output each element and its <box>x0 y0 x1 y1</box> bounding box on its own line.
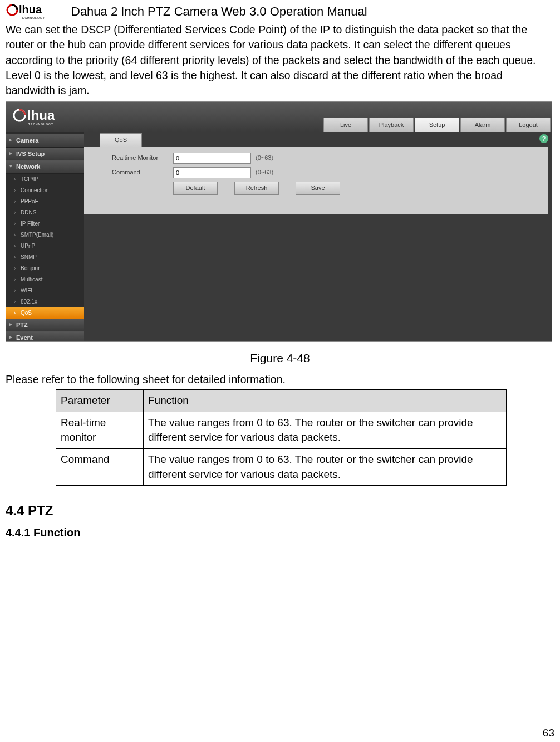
intro-paragraph: We can set the DSCP (Differentiated Serv… <box>6 22 554 98</box>
svg-text:TECHNOLOGY: TECHNOLOGY <box>28 123 53 126</box>
parameter-table: Parameter Function Real-time monitor The… <box>56 389 507 486</box>
realtime-monitor-label: Realtime Monitor <box>112 154 173 162</box>
realtime-monitor-hint: (0~63) <box>256 154 273 162</box>
sidebar-wifi[interactable]: WIFI <box>6 285 84 296</box>
command-input[interactable] <box>173 167 251 178</box>
ui-sidebar: Camera IVS Setup Network TCP/IP Connecti… <box>6 132 84 341</box>
nav-alarm[interactable]: Alarm <box>460 118 505 132</box>
nav-live[interactable]: Live <box>323 118 368 132</box>
realtime-monitor-input[interactable] <box>173 153 251 164</box>
refer-text: Please refer to the following sheet for … <box>6 372 554 387</box>
tab-qos[interactable]: QoS <box>100 133 142 147</box>
qos-setup-screenshot: lhua TECHNOLOGY Live Playback Setup Alar… <box>6 101 552 342</box>
sidebar-camera[interactable]: Camera <box>6 134 84 147</box>
table-row: Real-time monitor The value ranges from … <box>56 412 507 448</box>
help-icon[interactable]: ? <box>539 134 548 143</box>
nav-logout[interactable]: Logout <box>506 118 551 132</box>
sidebar-smtp[interactable]: SMTP(Email) <box>6 230 84 241</box>
sidebar-8021x[interactable]: 802.1x <box>6 296 84 307</box>
ui-nav: Live Playback Setup Alarm Logout <box>323 118 552 132</box>
table-row: Command The value ranges from 0 to 63. T… <box>56 448 507 485</box>
sidebar-network[interactable]: Network <box>6 160 84 173</box>
page-number: 63 <box>543 726 554 741</box>
command-hint: (0~63) <box>256 168 273 177</box>
qos-panel: Realtime Monitor (0~63) Command (0~63) D… <box>84 147 548 214</box>
cell-func-command: The value ranges from 0 to 63. The route… <box>144 448 507 485</box>
nav-setup[interactable]: Setup <box>415 118 459 132</box>
table-header-parameter: Parameter <box>56 390 144 412</box>
sidebar-connection[interactable]: Connection <box>6 185 84 196</box>
sidebar-tcpip[interactable]: TCP/IP <box>6 174 84 185</box>
manual-title: Dahua 2 Inch PTZ Camera Web 3.0 Operatio… <box>71 3 367 21</box>
refresh-button[interactable]: Refresh <box>234 182 279 195</box>
figure-caption: Figure 4-48 <box>6 350 554 366</box>
section-4-4-ptz: 4.4 PTZ <box>6 501 554 520</box>
command-label: Command <box>112 168 173 177</box>
nav-playback[interactable]: Playback <box>369 118 414 132</box>
cell-param-command: Command <box>56 448 144 485</box>
sidebar-ivs-setup[interactable]: IVS Setup <box>6 148 84 160</box>
sidebar-snmp[interactable]: SNMP <box>6 252 84 263</box>
default-button[interactable]: Default <box>173 182 218 195</box>
svg-text:lhua: lhua <box>27 108 55 123</box>
sidebar-ptz[interactable]: PTZ <box>6 319 84 331</box>
sidebar-bonjour[interactable]: Bonjour <box>6 263 84 274</box>
sidebar-ddns[interactable]: DDNS <box>6 207 84 218</box>
sidebar-qos[interactable]: QoS <box>6 307 84 319</box>
sidebar-multicast[interactable]: Multicast <box>6 274 84 285</box>
sidebar-ipfilter[interactable]: IP Filter <box>6 218 84 230</box>
sidebar-upnp[interactable]: UPnP <box>6 241 84 252</box>
dahua-logo: lhua TECHNOLOGY <box>6 2 61 21</box>
svg-text:TECHNOLOGY: TECHNOLOGY <box>20 16 45 19</box>
sidebar-pppoe[interactable]: PPPoE <box>6 196 84 207</box>
svg-text:lhua: lhua <box>19 3 42 16</box>
sidebar-event[interactable]: Event <box>6 331 84 342</box>
cell-func-realtime: The value ranges from 0 to 63. The route… <box>144 412 507 448</box>
table-header-function: Function <box>144 390 507 412</box>
section-4-4-1-function: 4.4.1 Function <box>6 525 554 540</box>
save-button[interactable]: Save <box>296 182 340 195</box>
ui-logo: lhua TECHNOLOGY <box>12 105 78 133</box>
cell-param-realtime: Real-time monitor <box>56 412 144 448</box>
